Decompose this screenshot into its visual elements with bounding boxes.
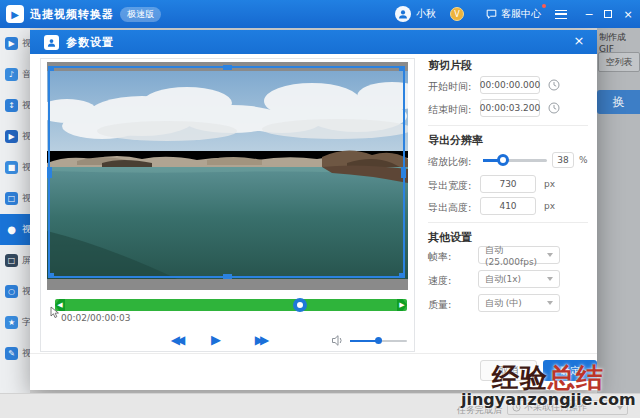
crop-handle-left[interactable] (47, 167, 52, 178)
footer-divider (30, 353, 597, 354)
export-height-unit: px (544, 201, 555, 211)
video-watermark-icon: ✎ (5, 347, 18, 360)
other-section-title: 其他设置 (428, 230, 472, 245)
minimize-button[interactable]: ─ (581, 8, 597, 21)
scale-label: 缩放比例: (428, 155, 471, 169)
video-gif-icon: ● (5, 223, 18, 236)
crop-handle-bottom-center[interactable] (223, 274, 232, 279)
section-divider (428, 125, 588, 126)
playhead-handle[interactable] (293, 298, 307, 312)
export-width-label: 导出宽度: (428, 179, 471, 193)
start-time-input[interactable]: 00:00:00.000 (480, 76, 540, 94)
crop-selection[interactable] (48, 66, 405, 278)
quality-label: 质量: (428, 298, 451, 312)
volume-knob[interactable] (375, 337, 382, 344)
end-time-label: 结束时间: (428, 103, 471, 117)
dialog-header: 参数设置 × (30, 30, 597, 54)
sidebar-item-video-download[interactable]: ○视频 (0, 276, 30, 307)
export-width-unit: px (544, 179, 555, 189)
chevron-down-icon (547, 277, 553, 281)
cut-section-title: 剪切片段 (428, 58, 472, 73)
fps-label: 帧率: (428, 250, 451, 264)
play-button[interactable]: ▶ (207, 332, 225, 347)
next-button[interactable]: ▶▶ (247, 333, 273, 347)
crop-handle-top-left[interactable] (48, 66, 54, 71)
settings-icon (44, 35, 59, 50)
crop-handle-right[interactable] (401, 167, 406, 178)
video-download-icon: ○ (5, 285, 18, 298)
quality-dropdown[interactable]: 自动 (中) (478, 294, 560, 312)
sidebar-item-screen-record[interactable]: □屏幕 (0, 245, 30, 276)
menu-icon[interactable] (555, 10, 567, 19)
resolution-section-title: 导出分辨率 (428, 133, 483, 148)
video-compress-icon: ↕ (5, 99, 18, 112)
start-time-clock-icon[interactable] (548, 79, 560, 91)
sidebar-item-subtitle[interactable]: ★字幕 (0, 307, 30, 338)
video-split-icon: □ (5, 192, 18, 205)
speed-label: 速度: (428, 274, 451, 288)
fps-value: 自动(25.000fps) (485, 244, 547, 267)
chevron-down-icon (547, 253, 553, 257)
vip-badge-icon[interactable]: V (450, 7, 464, 21)
person-icon (398, 9, 408, 19)
service-center[interactable]: 客服中心 (486, 7, 541, 21)
speed-value: 自动(1x) (485, 273, 521, 286)
title-bar: ▶ 迅捷视频转换器 极速版 小秋 V 客服中心 ─ × (0, 0, 640, 28)
sidebar-item-video-convert[interactable]: ▶视频 (0, 28, 30, 59)
trim-track[interactable]: ◀ ▶ (55, 299, 407, 311)
chat-bubble-icon (486, 9, 497, 20)
time-display: 00:02/00:00:03 (61, 313, 130, 323)
export-width-input[interactable]: 730 (480, 175, 536, 193)
section-divider (428, 222, 588, 223)
end-time-clock-icon[interactable] (548, 102, 560, 114)
notification-dot (542, 4, 546, 8)
crop-handle-top-right[interactable] (399, 66, 405, 71)
clear-list-button[interactable]: 空列表 (598, 52, 640, 72)
screen-record-icon: □ (5, 254, 18, 267)
sidebar-item-video-merge[interactable]: ■视频 (0, 152, 30, 183)
trim-end-handle[interactable]: ▶ (397, 299, 407, 311)
maximize-button[interactable] (604, 10, 612, 18)
service-label: 客服中心 (501, 7, 541, 21)
app-logo-icon: ▶ (6, 5, 24, 23)
export-height-label: 导出高度: (428, 201, 471, 215)
previous-button[interactable]: ◀◀ (163, 333, 189, 347)
make-gif-label: 制作成GIF (599, 31, 640, 54)
sidebar-item-video-gif-selected[interactable]: ●视频 (0, 214, 30, 245)
user-avatar[interactable] (395, 6, 411, 22)
sidebar: ▶视频 ♪音频 ↕视频 ▶视频 ■视频 □视频 ●视频 □屏幕 ○视频 ★字幕 … (0, 28, 30, 393)
end-time-input[interactable]: 00:00:03.200 (480, 99, 540, 117)
scale-slider-knob[interactable] (497, 154, 509, 166)
sidebar-item-video-compress[interactable]: ↕视频 (0, 90, 30, 121)
crop-handle-bottom-right[interactable] (399, 273, 405, 278)
quality-value: 自动 (中) (485, 297, 522, 310)
volume-icon[interactable] (331, 334, 344, 347)
video-merge-icon: ■ (5, 161, 18, 174)
close-button[interactable]: × (620, 8, 636, 21)
video-convert-icon: ▶ (5, 37, 18, 50)
convert-button[interactable]: 换 (597, 90, 640, 114)
crop-handle-top-center[interactable] (223, 65, 232, 70)
dialog-close-button[interactable]: × (571, 33, 587, 48)
sidebar-item-video-edit[interactable]: ▶视频 (0, 121, 30, 152)
crop-handle-bottom-left[interactable] (48, 273, 54, 278)
app-title: 迅捷视频转换器 (30, 7, 114, 22)
username[interactable]: 小秋 (416, 7, 436, 21)
video-edit-icon: ▶ (5, 130, 18, 143)
export-height-input[interactable]: 410 (480, 197, 536, 215)
mouse-cursor-icon (50, 306, 61, 319)
speed-dropdown[interactable]: 自动(1x) (478, 270, 560, 288)
dialog-title: 参数设置 (66, 35, 114, 50)
subtitle-icon: ★ (5, 316, 18, 329)
sidebar-item-video-split[interactable]: □视频 (0, 183, 30, 214)
audio-convert-icon: ♪ (5, 68, 18, 81)
sidebar-item-video-watermark[interactable]: ✎视频 (0, 338, 30, 369)
fps-dropdown[interactable]: 自动(25.000fps) (478, 246, 560, 264)
start-time-label: 开始时间: (428, 80, 471, 94)
watermark-url: jingyanzongjie.com (461, 390, 636, 409)
scale-value-input[interactable]: 38 (552, 152, 574, 168)
scale-unit: % (579, 155, 588, 165)
volume-fill (350, 340, 378, 342)
background-content-dimmed (597, 28, 640, 393)
sidebar-item-audio-convert[interactable]: ♪音频 (0, 59, 30, 90)
